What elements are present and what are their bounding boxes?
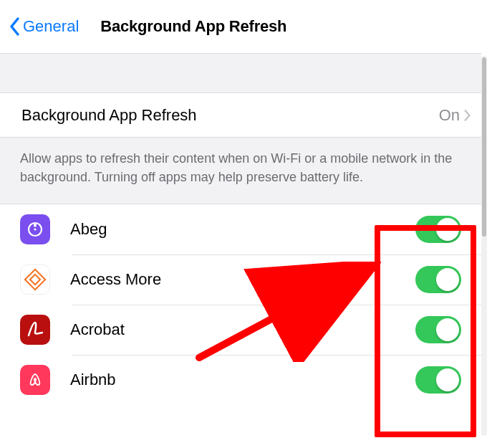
toggle-abeg[interactable] (415, 216, 461, 243)
app-row-abeg: Abeg (0, 204, 481, 254)
svg-rect-4 (30, 275, 40, 285)
app-list: Abeg Access More Acrobat Airbnb (0, 204, 481, 405)
chevron-left-icon (9, 16, 21, 37)
bar-main-value: On (439, 106, 460, 125)
toggle-access-more[interactable] (415, 266, 461, 293)
app-name-label: Acrobat (70, 320, 415, 339)
app-row-acrobat: Acrobat (0, 305, 481, 355)
toggle-airbnb[interactable] (415, 366, 461, 394)
navbar: General Background App Refresh (0, 0, 481, 53)
app-icon-access-more (20, 264, 50, 295)
svg-rect-1 (34, 224, 37, 227)
back-label: General (23, 17, 79, 36)
bar-main-label: Background App Refresh (21, 106, 197, 125)
toggle-acrobat[interactable] (415, 316, 461, 343)
svg-rect-3 (25, 270, 45, 290)
app-icon-abeg (20, 214, 50, 244)
bar-main-row[interactable]: Background App Refresh On (0, 93, 481, 138)
app-name-label: Abeg (70, 220, 415, 239)
scrollbar-thumb[interactable] (482, 57, 486, 237)
page-title: Background App Refresh (100, 17, 286, 36)
app-name-label: Airbnb (70, 371, 415, 389)
app-row-access-more: Access More (0, 254, 481, 305)
app-row-airbnb: Airbnb (0, 355, 481, 405)
app-name-label: Access More (70, 270, 415, 289)
chevron-right-icon (464, 108, 471, 123)
section-footer: Allow apps to refresh their content when… (0, 138, 481, 204)
svg-point-2 (34, 229, 36, 231)
back-button[interactable]: General (9, 16, 79, 37)
scrollbar[interactable] (481, 56, 487, 436)
app-icon-airbnb (20, 365, 50, 395)
section-gap (0, 53, 481, 93)
app-icon-acrobat (20, 315, 50, 345)
